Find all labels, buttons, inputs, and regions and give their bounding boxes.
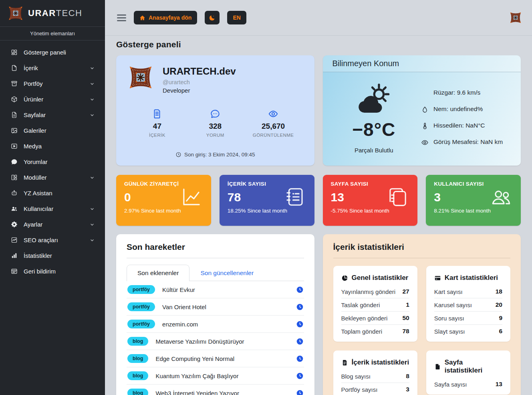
home-button[interactable]: Anasayfaya dön xyxy=(134,11,197,24)
statistic-row: Sayfa sayısı 13 xyxy=(434,378,502,391)
clock-fill-icon xyxy=(296,321,303,328)
statistic-row: Karusel sayısı 20 xyxy=(434,298,502,312)
sidebar-item[interactable]: Gösterge paneli xyxy=(0,45,105,60)
recent-activities-title: Son hareketler xyxy=(127,242,304,252)
sidebar-item[interactable]: Ayarlar xyxy=(0,217,105,232)
statistic-label: Soru sayısı xyxy=(434,315,464,322)
urartu-logo-icon xyxy=(128,65,153,90)
statistics-sub-card: İçerik istatistikleri Blog sayısı 8 Port… xyxy=(333,350,417,395)
seo-icon xyxy=(11,237,18,243)
last-login-text: Son giriş: 3 Ekim 2024, 09:45 xyxy=(184,152,255,158)
statistic-value: 6 xyxy=(499,328,502,335)
home-button-label: Anasayfaya dön xyxy=(149,14,191,21)
sidebar-item[interactable]: Sayfalar xyxy=(0,107,105,123)
home-icon xyxy=(139,15,145,21)
chevron-down-icon xyxy=(90,238,95,243)
stat-card-change: -5.75% Since last month xyxy=(331,208,410,214)
activity-row[interactable]: blog Kuantum Yazılım Çağı Başlıyor xyxy=(127,367,304,385)
stat-card: GÜNLÜK ZİYARETÇİ 0 2.97% Since last mont… xyxy=(116,175,211,226)
portfolio-icon xyxy=(11,80,18,87)
sidebar-item[interactable]: İstatistikler xyxy=(0,248,105,263)
statistic-label: Bekleyen gönderi xyxy=(341,315,388,322)
statistic-label: Karusel sayısı xyxy=(434,302,472,308)
sidebar-item-label: Geri bildirim xyxy=(24,268,84,275)
sidebar-item[interactable]: SEO araçları xyxy=(0,232,105,248)
modules-icon xyxy=(11,174,18,181)
activity-title: Van Orient Hotel xyxy=(162,304,289,310)
sidebar-item-label: YZ Asistan xyxy=(24,190,84,196)
sidebar-item-label: Medya xyxy=(24,143,84,150)
sidebar-item[interactable]: Geri bildirim xyxy=(0,263,105,279)
activity-row[interactable]: blog Edge Computing Yeni Normal xyxy=(127,350,304,367)
activity-row[interactable]: blog Web3 İnterneti Yeniden Yazıyor xyxy=(127,385,304,395)
activities-tab[interactable]: Son eklenenler xyxy=(127,265,189,281)
statistic-value: 18 xyxy=(496,288,502,295)
topbar: Anasayfaya dön EN xyxy=(105,0,532,35)
users-icon xyxy=(11,205,18,212)
weather-temperature: −8°C xyxy=(352,119,395,140)
sidebar-item[interactable]: Galeriler xyxy=(0,123,105,138)
sub-card-title: Genel istatistikler xyxy=(352,274,409,282)
statistics-sub-card: Sayfa istatistikleri Sayfa sayısı 13 xyxy=(426,350,510,395)
content-icon xyxy=(11,65,18,71)
statistics-sub-card: Kart istatistikleri Kart sayısı 18 Karus… xyxy=(426,266,510,342)
language-button[interactable]: EN xyxy=(227,11,246,24)
activity-row[interactable]: portföy Kültür Evkur xyxy=(127,281,304,298)
profile-stat-value: 328 xyxy=(186,122,244,131)
people-icon xyxy=(490,186,512,208)
statistic-label: Blog sayısı xyxy=(341,373,371,380)
activity-badge: blog xyxy=(127,389,148,395)
statistic-label: Portföy sayısı xyxy=(341,386,378,393)
profile-site-name: URARTECH.dev xyxy=(163,66,236,77)
stat-cards-row: GÜNLÜK ZİYARETÇİ 0 2.97% Since last mont… xyxy=(116,175,521,226)
sidebar-item[interactable]: YZ Asistan xyxy=(0,185,105,201)
activity-row[interactable]: portföy Van Orient Hotel xyxy=(127,298,304,316)
sub-card-rows: Sayfa sayısı 13 xyxy=(434,378,502,391)
media-icon xyxy=(11,143,18,150)
clock-fill-icon xyxy=(296,286,303,293)
visibility-icon xyxy=(421,138,429,146)
journal-icon xyxy=(284,186,306,208)
profile-handle: @urartech xyxy=(163,79,236,85)
profile-stat-label: GÖRÜNTÜLENME xyxy=(244,133,302,138)
comments-icon xyxy=(11,158,18,165)
brand[interactable]: URARTECH xyxy=(0,0,105,26)
profile-stat-value: 47 xyxy=(128,122,186,131)
profile-stats: 47 İÇERİK 328 YORUM 25,670 GÖRÜNTÜLENME xyxy=(128,109,302,138)
chevron-down-icon xyxy=(90,207,95,211)
comment-icon xyxy=(186,109,244,119)
sidebar-item[interactable]: Kullanıcılar xyxy=(0,201,105,217)
statistics-icon xyxy=(11,252,18,259)
journals-icon xyxy=(387,186,409,208)
weather-card: Bilinmeyen Konum −8°C Parçalı Bulutlu Rü… xyxy=(323,55,521,166)
chevron-down-icon xyxy=(90,81,95,86)
statistic-value: 27 xyxy=(403,288,409,295)
sidebar-item[interactable]: Medya xyxy=(0,138,105,154)
card-icon xyxy=(434,275,441,282)
sidebar-item-label: İstatistikler xyxy=(24,252,84,259)
statistic-label: Kart sayısı xyxy=(434,288,463,295)
activity-badge: blog xyxy=(127,371,148,380)
activity-row[interactable]: blog Metaverse Yazılımı Dönüştürüyor xyxy=(127,333,304,350)
activity-row[interactable]: portföy enzemin.com xyxy=(127,316,304,333)
activity-badge: portföy xyxy=(127,285,155,294)
theme-toggle-button[interactable] xyxy=(205,11,220,24)
profile-stat: 47 İÇERİK xyxy=(128,109,186,138)
activities-tab[interactable]: Son güncellenenler xyxy=(189,265,264,281)
stat-card: SAYFA SAYISI 13 -5.75% Since last month xyxy=(323,175,418,226)
sidebar-menu: Gösterge paneli İçerik Portföy Ürünler S… xyxy=(0,41,105,283)
sub-card-rows: Kart sayısı 18 Karusel sayısı 20 Soru sa… xyxy=(434,285,502,338)
sidebar-item[interactable]: Ürünler xyxy=(0,91,105,107)
clock-fill-icon xyxy=(296,390,303,395)
sidebar-section-label: Yönetim elemanları xyxy=(0,26,105,41)
galleries-icon xyxy=(11,127,18,134)
sidebar-item[interactable]: Portföy xyxy=(0,76,105,91)
hamburger-icon[interactable] xyxy=(117,14,126,21)
urartu-logo-icon xyxy=(510,12,522,24)
weather-detail: Hissedilen: NaN°C xyxy=(421,122,510,130)
content-statistics-card: İçerik istatistikleri Genel istatistikle… xyxy=(323,234,521,395)
sidebar-item[interactable]: Yorumlar xyxy=(0,154,105,170)
sidebar-item[interactable]: İçerik xyxy=(0,60,105,76)
statistic-row: Soru sayısı 9 xyxy=(434,312,502,325)
sidebar-item[interactable]: Modüller xyxy=(0,170,105,185)
